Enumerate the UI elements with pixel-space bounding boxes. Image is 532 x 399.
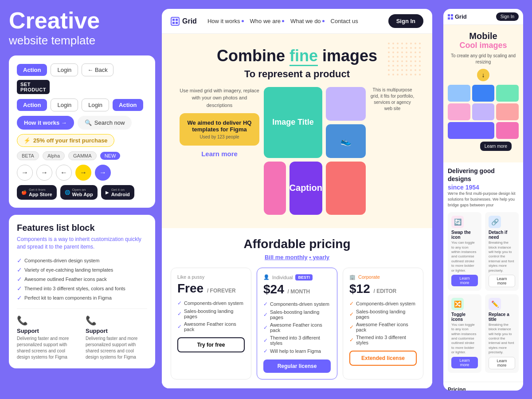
arrow-right-dark[interactable]: → (95, 165, 111, 181)
try-free-button[interactable]: Try for free (177, 337, 245, 352)
extended-license-button[interactable]: Extended license (349, 351, 417, 366)
nav-contact-us[interactable]: Contact us (331, 18, 358, 24)
swap-learn-button[interactable]: Learn more (451, 275, 478, 286)
svg-rect-3 (176, 22, 178, 24)
action-button-3[interactable]: Action (113, 99, 143, 111)
feature-item-1: ✓Components-driven design system (17, 257, 147, 264)
pricing-section: Affordable pricing Bill me monthly • yea… (162, 228, 432, 388)
ind-feature-2: ✓Sales-boosting landing pages (263, 309, 331, 320)
app-store-button[interactable]: 🍎 Get it from App Store (17, 185, 57, 200)
mobile-tile-8 (496, 122, 519, 139)
pricing-corporate: 🏢Corporate $12 / EDITOR ✓Components-driv… (343, 268, 423, 379)
toggle-icon: 🔀 (451, 298, 464, 310)
corporate-features: ✓Components-driven system ✓Sales-boostin… (349, 300, 417, 345)
arrow-right-1[interactable]: → (17, 165, 33, 181)
toggle-icon-card: 🔀 Toggle icons You can toggle to any ico… (448, 294, 481, 373)
support-icon-1: 📞 (17, 315, 78, 326)
back-button[interactable]: ← Back (82, 63, 113, 76)
svg-rect-1 (176, 19, 178, 21)
set-product-badge: SETPRODUCT (17, 80, 50, 94)
search-button[interactable]: 🔍 Search now (78, 116, 132, 130)
android-button[interactable]: ▶ Get it on Android (101, 185, 134, 200)
right-learn-more-button[interactable]: Learn more (480, 142, 512, 151)
login-button-2[interactable]: Login (51, 99, 78, 111)
features-list: ✓Components-driven design system ✓Variet… (17, 257, 147, 301)
action-button-1[interactable]: Action (17, 64, 47, 76)
mobile-tile-7 (448, 122, 494, 139)
arrow-right-2[interactable]: → (36, 165, 52, 181)
web-app-button[interactable]: 🌐 Open on Web App (60, 185, 98, 200)
login-button-3[interactable]: Login (82, 99, 109, 111)
support-desc-2: Delivering faster and more personalized … (86, 336, 147, 360)
yellow-card: We aimed to deliver HQ templates for Fig… (180, 113, 259, 146)
arrows-row: → → ← → → (17, 165, 147, 181)
ind-feature-5: ✓Will help to learn Figma (263, 348, 331, 354)
billing-monthly[interactable]: monthly (285, 254, 308, 261)
tag-gamma: GAMMA (68, 151, 97, 160)
features-title: Features list block (17, 223, 147, 233)
grid-description: Use mixed grid with imagery, replace wit… (180, 87, 259, 109)
feature-item-5: ✓Perfect kit to learn components in Figm… (17, 294, 147, 301)
support-row: 📞 Support Delivering faster and more per… (17, 308, 147, 360)
support-name-1: Support (17, 328, 78, 334)
nav-who-we-are[interactable]: Who we are (250, 18, 284, 24)
button-row-1: Action Login ← Back SETPRODUCT (17, 63, 147, 94)
hero-subheadline: To represent a product (171, 68, 423, 80)
corp-feature-2: ✓Sales-boosting landing pages (349, 309, 417, 320)
support-col-1: 📞 Support Delivering faster and more per… (17, 315, 78, 360)
right-nav-logo: Grid (448, 13, 467, 20)
free-feature-1: ✓Components-driven system (177, 300, 245, 306)
svg-rect-7 (451, 14, 453, 16)
right-grid-icon (448, 14, 453, 20)
mobile-tile-3 (496, 85, 519, 102)
swap-icon-name: Swap the icon (451, 230, 478, 240)
mobile-tile-6 (496, 103, 519, 120)
replace-icon-card: ✏️ Replace a title Breaking the block in… (485, 294, 519, 373)
learn-more-link[interactable]: Learn more (201, 150, 238, 158)
feature-item-4: ✓Themed into 3 different styles, colors … (17, 285, 147, 292)
login-button-1[interactable]: Login (51, 63, 78, 76)
detach-learn-button[interactable]: Learn more (489, 275, 515, 287)
arrow-left-1[interactable]: ← (56, 165, 72, 181)
pricing-title: Affordable pricing (171, 237, 423, 251)
replace-learn-button[interactable]: Learn more (489, 357, 515, 369)
store-buttons: 🍎 Get it from App Store 🌐 Open on Web Ap… (17, 185, 147, 200)
mobile-tile-1 (448, 85, 470, 102)
check-icon-5: ✓ (17, 294, 22, 301)
support-desc-1: Delivering faster and more personalized … (17, 336, 78, 360)
svg-rect-8 (448, 17, 450, 20)
button-row-2: Action Login Login Action (17, 99, 147, 111)
free-feature-2: ✓Sales-boosting landing pages (177, 308, 245, 319)
regular-license-button[interactable]: Regular license (263, 359, 331, 373)
right-signin-button[interactable]: Sign In (496, 12, 519, 21)
corporate-price: $12 / EDITOR (349, 282, 417, 296)
mobile-grid (448, 85, 519, 139)
support-icon-2: 📞 (86, 315, 147, 326)
toggle-learn-button[interactable]: Learn more (451, 357, 478, 368)
web-icon: 🌐 (65, 190, 70, 195)
corp-feature-3: ✓Awesome Feather icons pack (349, 322, 417, 332)
nav-logo: Grid (171, 17, 197, 26)
nav-how-it-works[interactable]: How it works (207, 18, 244, 24)
right-nav: Grid Sign In (443, 9, 523, 25)
free-features: ✓Components-driven system ✓Sales-boostin… (177, 300, 245, 332)
replace-icon: ✏️ (489, 298, 501, 310)
detach-icon: 🔗 (489, 216, 501, 228)
individual-price: $24 / MONTH (263, 282, 331, 296)
toggle-icon-name: Toggle icons (451, 312, 478, 322)
corporate-tier-label: 🏢Corporate (349, 274, 417, 280)
nav-signin-button[interactable]: Sign In (388, 14, 423, 28)
free-price: Free / FOREVER (177, 281, 245, 296)
mobile-tile-2 (472, 85, 495, 102)
tag-beta: BETA (17, 151, 39, 160)
right-pricing-title: Pricing (448, 387, 519, 391)
scroll-down-button[interactable]: ↓ (477, 69, 489, 81)
nav-what-we-do[interactable]: What we do (290, 18, 325, 24)
middle-nav: Grid How it works Who we are What we do … (162, 9, 432, 34)
nav-links: How it works Who we are What we do Conta… (207, 18, 381, 24)
features-subtitle: Components is a way to inherit customiza… (17, 236, 147, 251)
discount-icon: ⚡ (23, 137, 31, 144)
action-button-2[interactable]: Action (17, 99, 47, 111)
how-it-works-button[interactable]: How it works → (17, 116, 74, 130)
arrow-right-accent[interactable]: → (75, 165, 91, 181)
